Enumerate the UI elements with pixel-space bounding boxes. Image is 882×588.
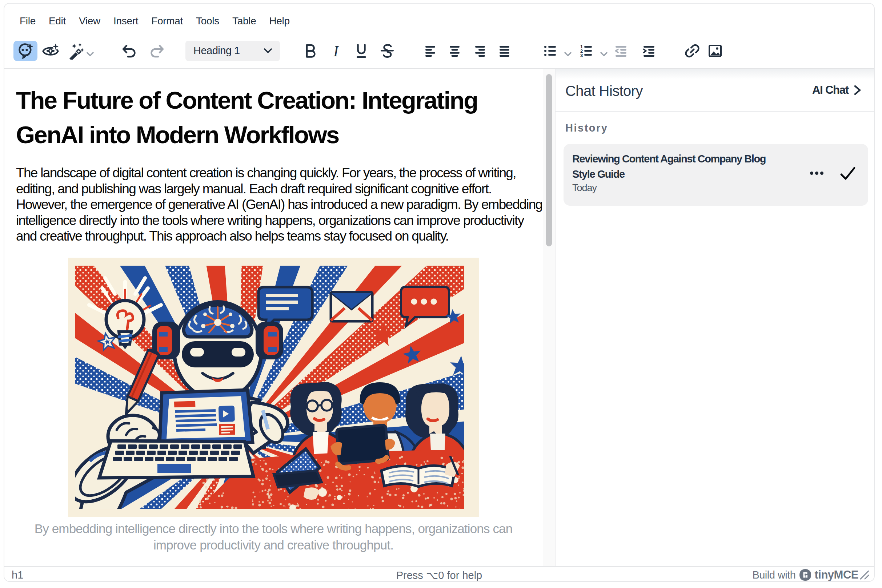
svg-text:3: 3 [580,53,583,58]
svg-text:I: I [333,43,339,60]
